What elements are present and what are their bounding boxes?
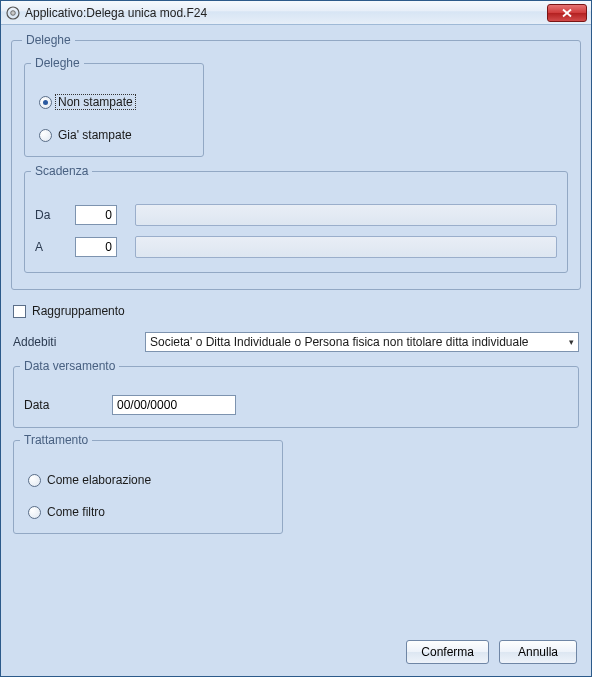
window-title: Applicativo:Delega unica mod.F24: [25, 6, 207, 20]
scadenza-a-label: A: [35, 240, 75, 254]
app-window: Applicativo:Delega unica mod.F24 Deleghe…: [0, 0, 592, 677]
deleghe-legend: Deleghe: [22, 33, 75, 47]
radio-come-filtro-label[interactable]: Come filtro: [47, 505, 105, 519]
radio-gia-stampate[interactable]: [39, 129, 52, 142]
radio-come-filtro[interactable]: [28, 506, 41, 519]
scadenza-a-input[interactable]: [75, 237, 117, 257]
addebiti-selected-text: Societa' o Ditta Individuale o Persona f…: [150, 335, 566, 349]
data-versamento-legend: Data versamento: [20, 359, 119, 373]
radio-gia-stampate-label[interactable]: Gia' stampate: [58, 128, 132, 142]
addebiti-select[interactable]: Societa' o Ditta Individuale o Persona f…: [145, 332, 579, 352]
data-label: Data: [24, 398, 112, 412]
radio-non-stampate[interactable]: [39, 96, 52, 109]
deleghe-inner-group: Deleghe Non stampate Gia' stampate: [24, 63, 204, 157]
scadenza-a-display: [135, 236, 557, 258]
raggruppamento-checkbox[interactable]: [13, 305, 26, 318]
scadenza-da-input[interactable]: [75, 205, 117, 225]
button-bar: Conferma Annulla: [406, 640, 577, 664]
addebiti-label: Addebiti: [13, 335, 145, 349]
trattamento-legend: Trattamento: [20, 433, 92, 447]
close-button[interactable]: [547, 4, 587, 22]
svg-point-1: [11, 10, 16, 15]
chevron-down-icon: ▾: [566, 337, 576, 347]
scadenza-da-label: Da: [35, 208, 75, 222]
annulla-button[interactable]: Annulla: [499, 640, 577, 664]
raggruppamento-label[interactable]: Raggruppamento: [32, 304, 125, 318]
scadenza-legend: Scadenza: [31, 164, 92, 178]
scadenza-group: Scadenza Da A: [24, 171, 568, 273]
app-icon: [5, 5, 21, 21]
titlebar: Applicativo:Delega unica mod.F24: [1, 1, 591, 25]
close-icon: [561, 8, 573, 18]
deleghe-inner-legend: Deleghe: [31, 56, 84, 70]
trattamento-group: Trattamento Come elaborazione Come filtr…: [13, 440, 283, 534]
client-area: Deleghe Deleghe Non stampate Gia' stampa…: [1, 25, 591, 676]
data-versamento-group: Data versamento Data: [13, 366, 579, 428]
scadenza-da-display: [135, 204, 557, 226]
radio-non-stampate-label[interactable]: Non stampate: [55, 94, 136, 110]
radio-come-elaborazione[interactable]: [28, 474, 41, 487]
conferma-button[interactable]: Conferma: [406, 640, 489, 664]
data-input[interactable]: [112, 395, 236, 415]
deleghe-group: Deleghe Deleghe Non stampate Gia' stampa…: [11, 33, 581, 290]
radio-come-elaborazione-label[interactable]: Come elaborazione: [47, 473, 151, 487]
